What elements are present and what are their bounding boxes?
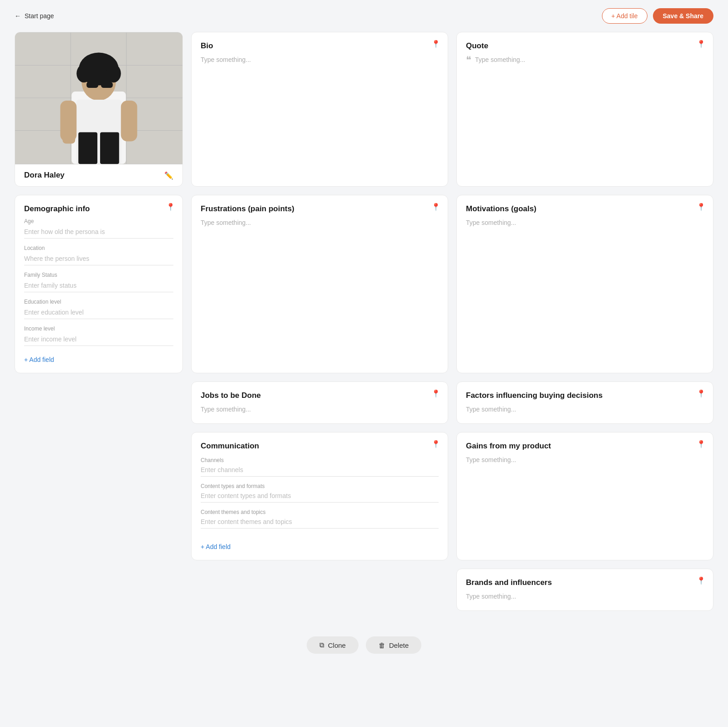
quote-card: 📍 Quote ❝ Type something... (456, 32, 713, 187)
motivations-placeholder[interactable]: Type something... (466, 218, 704, 228)
brands-title: Brands and influencers (466, 578, 704, 587)
edit-icon[interactable]: ✏️ (164, 171, 173, 180)
family-status-label: Family Status (24, 272, 173, 278)
quote-row: ❝ Type something... (466, 55, 704, 65)
communication-title: Communication (201, 442, 439, 451)
pin-icon[interactable]: 📍 (697, 40, 706, 48)
jobs-placeholder[interactable]: Type something... (201, 405, 439, 414)
profile-photo (15, 32, 182, 164)
pin-icon[interactable]: 📍 (697, 440, 706, 448)
delete-icon: 🗑 (379, 641, 385, 649)
frustrations-card: 📍 Frustrations (pain points) Type someth… (191, 195, 448, 373)
clone-icon: ⧉ (319, 641, 324, 649)
content-themes-field: Content themes and topics (201, 509, 439, 529)
back-link[interactable]: ← Start page (15, 12, 54, 20)
quote-mark-icon: ❝ (466, 55, 471, 65)
svg-rect-12 (101, 81, 113, 88)
add-field-link[interactable]: + Add field (24, 356, 54, 363)
add-tile-button[interactable]: + Add tile (602, 8, 647, 24)
pin-icon[interactable]: 📍 (431, 389, 440, 398)
gains-card: 📍 Gains from my product Type something..… (456, 432, 713, 560)
delete-button[interactable]: 🗑 Delete (366, 636, 421, 654)
jobs-title: Jobs to be Done (201, 391, 439, 400)
pin-icon[interactable]: 📍 (431, 440, 440, 448)
gains-title: Gains from my product (466, 442, 704, 451)
svg-rect-11 (86, 81, 98, 88)
frustrations-placeholder[interactable]: Type something... (201, 218, 439, 228)
pin-icon[interactable]: 📍 (431, 40, 440, 48)
age-label: Age (24, 218, 173, 224)
clone-label: Clone (328, 641, 346, 649)
frustrations-title: Frustrations (pain points) (201, 204, 439, 214)
education-field: Education level (24, 299, 173, 319)
bio-title: Bio (201, 41, 439, 51)
brands-placeholder[interactable]: Type something... (466, 592, 704, 601)
family-status-input[interactable] (24, 280, 173, 292)
comm-add-field-link[interactable]: + Add field (201, 543, 231, 550)
quote-title: Quote (466, 41, 704, 51)
delete-label: Delete (389, 641, 409, 649)
svg-rect-15 (78, 132, 97, 164)
pin-icon[interactable]: 📍 (431, 203, 440, 211)
age-input[interactable] (24, 226, 173, 239)
save-share-button[interactable]: Save & Share (653, 8, 714, 24)
brands-card: 📍 Brands and influencers Type something.… (456, 569, 713, 611)
bottom-actions: ⧉ Clone 🗑 Delete (0, 625, 728, 668)
income-field: Income level (24, 325, 173, 346)
profile-name-row: Dora Haley ✏️ (15, 164, 182, 186)
main-grid: Dora Haley ✏️ 📍 Bio Type something... 📍 … (0, 32, 728, 625)
content-themes-input[interactable] (201, 516, 439, 529)
svg-point-9 (76, 64, 91, 82)
svg-rect-19 (62, 135, 75, 144)
location-input[interactable] (24, 253, 173, 265)
bio-card: 📍 Bio Type something... (191, 32, 448, 187)
education-label: Education level (24, 299, 173, 305)
top-bar: ← Start page + Add tile Save & Share (0, 0, 728, 32)
demographic-card: 📍 Demographic info Age Location Family S… (15, 195, 183, 373)
factors-card: 📍 Factors influencing buying decisions T… (456, 381, 713, 424)
income-label: Income level (24, 325, 173, 332)
content-themes-label: Content themes and topics (201, 509, 439, 515)
education-input[interactable] (24, 307, 173, 319)
back-label: Start page (25, 12, 54, 20)
channels-label: Channels (201, 457, 439, 463)
jobs-card: 📍 Jobs to be Done Type something... (191, 381, 448, 424)
pin-icon[interactable]: 📍 (697, 576, 706, 585)
content-types-label: Content types and formats (201, 483, 439, 489)
location-field: Location (24, 245, 173, 265)
content-types-field: Content types and formats (201, 483, 439, 503)
profile-name: Dora Haley (24, 171, 65, 180)
factors-placeholder[interactable]: Type something... (466, 405, 704, 414)
gains-placeholder[interactable]: Type something... (466, 455, 704, 465)
profile-card: Dora Haley ✏️ (15, 32, 183, 187)
motivations-title: Motivations (goals) (466, 204, 704, 214)
pin-icon[interactable]: 📍 (697, 203, 706, 211)
svg-rect-16 (100, 132, 119, 164)
content-types-input[interactable] (201, 490, 439, 503)
top-actions: + Add tile Save & Share (602, 8, 714, 24)
factors-title: Factors influencing buying decisions (466, 391, 704, 400)
bio-placeholder[interactable]: Type something... (201, 55, 439, 65)
income-input[interactable] (24, 334, 173, 346)
svg-point-10 (106, 64, 121, 82)
pin-icon[interactable]: 📍 (697, 389, 706, 398)
svg-rect-18 (121, 101, 137, 142)
communication-card: 📍 Communication Channels Content types a… (191, 432, 448, 560)
motivations-card: 📍 Motivations (goals) Type something... (456, 195, 713, 373)
family-status-field: Family Status (24, 272, 173, 292)
arrow-left-icon: ← (15, 12, 21, 20)
pin-icon[interactable]: 📍 (166, 203, 175, 211)
clone-button[interactable]: ⧉ Clone (307, 636, 359, 654)
demographic-title: Demographic info (24, 204, 173, 214)
quote-placeholder[interactable]: Type something... (475, 55, 526, 65)
location-label: Location (24, 245, 173, 251)
channels-input[interactable] (201, 464, 439, 477)
age-field: Age (24, 218, 173, 239)
channels-field: Channels (201, 457, 439, 477)
